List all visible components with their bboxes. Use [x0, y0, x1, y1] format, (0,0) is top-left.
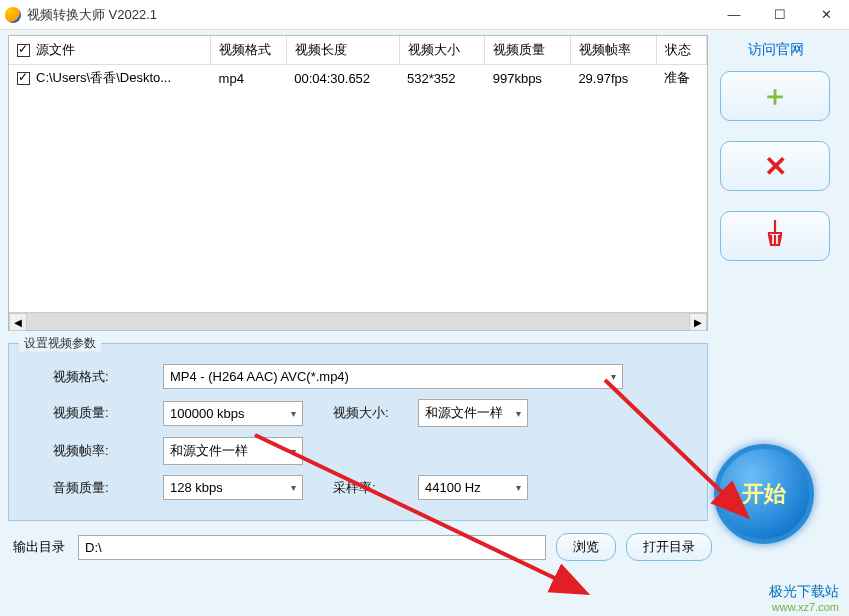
col-fps[interactable]: 视频帧率: [570, 36, 656, 65]
video-quality-label: 视频质量:: [53, 404, 163, 422]
video-format-select[interactable]: MP4 - (H264 AAC) AVC(*.mp4)▾: [163, 364, 623, 389]
broom-icon: [761, 219, 789, 253]
cross-icon: ✕: [764, 150, 787, 183]
col-status[interactable]: 状态: [656, 36, 706, 65]
plus-icon: ＋: [761, 77, 789, 115]
col-duration[interactable]: 视频长度: [286, 36, 399, 65]
output-dir-label: 输出目录: [13, 538, 78, 556]
chevron-down-icon: ▾: [611, 371, 616, 382]
scroll-right-icon[interactable]: ►: [689, 313, 707, 331]
video-fps-label: 视频帧率:: [53, 442, 163, 460]
video-size-label: 视频大小:: [333, 404, 418, 422]
minimize-button[interactable]: —: [711, 0, 757, 30]
add-file-button[interactable]: ＋: [720, 71, 830, 121]
close-button[interactable]: ✕: [803, 0, 849, 30]
chevron-down-icon: ▾: [291, 482, 296, 493]
video-size-select[interactable]: 和源文件一样▾: [418, 399, 528, 427]
video-quality-select[interactable]: 100000 kbps▾: [163, 401, 303, 426]
col-source[interactable]: 源文件: [9, 36, 211, 65]
audio-quality-select[interactable]: 128 kbps▾: [163, 475, 303, 500]
scroll-left-icon[interactable]: ◄: [9, 313, 27, 331]
scroll-track[interactable]: [27, 313, 689, 330]
params-legend: 设置视频参数: [19, 335, 101, 352]
maximize-button[interactable]: ☐: [757, 0, 803, 30]
remove-file-button[interactable]: ✕: [720, 141, 830, 191]
video-format-label: 视频格式:: [53, 368, 163, 386]
sample-rate-label: 采样率:: [333, 479, 418, 497]
chevron-down-icon: ▾: [516, 482, 521, 493]
window-title: 视频转换大师 V2022.1: [27, 6, 711, 24]
app-logo-icon: [5, 7, 21, 23]
col-format[interactable]: 视频格式: [211, 36, 287, 65]
audio-quality-label: 音频质量:: [53, 479, 163, 497]
col-size[interactable]: 视频大小: [399, 36, 485, 65]
video-fps-select[interactable]: 和源文件一样▾: [163, 437, 303, 465]
official-site-link[interactable]: 访问官网: [720, 41, 832, 59]
clear-list-button[interactable]: [720, 211, 830, 261]
watermark: 极光下载站 www.xz7.com: [769, 583, 839, 613]
chevron-down-icon: ▾: [291, 446, 296, 457]
browse-button[interactable]: 浏览: [556, 533, 616, 561]
chevron-down-icon: ▾: [516, 408, 521, 419]
table-row[interactable]: C:\Users\香香\Deskto... mp4 00:04:30.652 5…: [9, 65, 707, 92]
output-dir-input[interactable]: [78, 535, 546, 560]
open-dir-button[interactable]: 打开目录: [626, 533, 712, 561]
sample-rate-select[interactable]: 44100 Hz▾: [418, 475, 528, 500]
start-button[interactable]: 开始: [714, 444, 814, 544]
col-quality[interactable]: 视频质量: [485, 36, 571, 65]
chevron-down-icon: ▾: [291, 408, 296, 419]
video-params-panel: 设置视频参数 视频格式: MP4 - (H264 AAC) AVC(*.mp4)…: [8, 343, 708, 521]
horizontal-scrollbar[interactable]: ◄ ►: [9, 312, 707, 330]
select-all-checkbox[interactable]: [17, 44, 30, 57]
row-checkbox[interactable]: [17, 72, 30, 85]
file-list-table: 源文件 视频格式 视频长度 视频大小 视频质量 视频帧率 状态 C:\Users…: [8, 35, 708, 331]
